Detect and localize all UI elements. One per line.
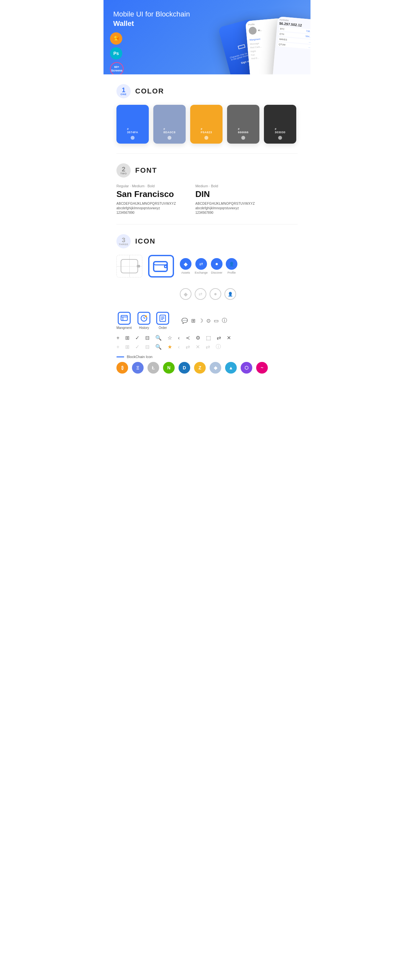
star-filled-icon: ★: [167, 344, 172, 350]
hero-section: Mobile UI for Blockchain Wallet Ps 60+Sc…: [104, 0, 310, 75]
swatch-dot: [204, 136, 208, 140]
section-number-2: 2 TWO: [116, 163, 131, 178]
font-san-francisco: Regular · Medium · Bold San Francisco AB…: [116, 184, 176, 215]
swatch-dot: [167, 136, 171, 140]
nav-icons-group: ◆ Assets ⇄ Exchange ● Discover 👤 Profile: [180, 258, 237, 274]
share-icon: ≺: [186, 335, 190, 341]
exchange-icon: ⇄: [195, 258, 207, 270]
history-icon: [137, 312, 150, 325]
layers-icon: ⊞: [191, 318, 195, 324]
font-title: FONT: [135, 166, 157, 175]
sketch-badge: [110, 32, 122, 45]
eth-icon: Ξ: [132, 362, 143, 374]
swatch-dot: [241, 136, 245, 140]
discover-outline-icon: ●: [210, 288, 221, 300]
ltc-icon: Ł: [148, 362, 159, 374]
exchange-icon-box: ⇄ Exchange: [195, 258, 208, 274]
mangment-icon: [118, 312, 131, 325]
exchange-outline-icon: ⇄: [195, 288, 206, 300]
hero-title: Mobile UI for Blockchain Wallet: [113, 10, 204, 28]
dash-icon: D: [178, 362, 190, 374]
tool-badge-group: Ps 60+Screens: [110, 32, 124, 75]
check-outline-icon: ✓: [135, 344, 139, 350]
profile-outline-icon: 👤: [225, 288, 236, 300]
section-number-3: 3 THREE: [116, 234, 131, 248]
mangment-icon-unit: Mangment: [116, 312, 132, 329]
app-icons-row: Mangment History: [116, 312, 298, 329]
wallet-icon-blue: [148, 255, 174, 277]
spacer2: [148, 283, 174, 305]
utility-icons-group: 💬 ⊞ ☽ ⊙ ▭ ⓘ: [182, 317, 227, 324]
color-title: COLOR: [135, 87, 164, 95]
assets-outline-icon: ◆: [180, 288, 191, 300]
section-number-1: 1 ONE: [116, 84, 131, 98]
small-icons-row-1: + ⊞ ✓ ⊟ 🔍 ☆ ‹ ≺ ⚙ ⬚ ⇄ ✕: [116, 335, 298, 341]
ps-label: Ps: [113, 51, 119, 56]
ps-badge: Ps: [110, 47, 122, 59]
spacer: [116, 283, 142, 305]
chat-icon: 💬: [182, 318, 188, 324]
blockchain-label-row: BlockChain Icon: [116, 355, 298, 359]
font-section-header: 2 TWO FONT: [116, 163, 298, 178]
history-icon-unit: History: [137, 312, 150, 329]
svg-rect-10: [121, 315, 127, 321]
order-icon: [156, 312, 169, 325]
grid-icon: ⊟: [145, 335, 150, 341]
swatch-gray: #666666: [227, 105, 260, 143]
btc-icon: ₿: [116, 362, 128, 374]
moon-icon: ☽: [199, 318, 203, 324]
close-outline-icon: ✕: [196, 344, 200, 350]
swatch-slate: #8DA0C8: [153, 105, 186, 143]
svg-rect-7: [154, 262, 167, 265]
color-section-header: 1 ONE COLOR: [116, 84, 298, 98]
share-outline-icon: ⇄: [186, 344, 190, 350]
color-section: 1 ONE COLOR #3574FA #8DA0C8 #F5A623 #666…: [104, 75, 310, 153]
star-icon: ☆: [167, 335, 172, 341]
check-icon: ✓: [135, 335, 139, 341]
screens-badge: 60+Screens: [110, 62, 124, 75]
swatch-dot: [131, 136, 135, 140]
plus-icon: +: [116, 335, 119, 341]
phone-front: myWallet $6.297.502.12 BTC738... ETH564.…: [272, 16, 310, 75]
profile-icon: 👤: [226, 258, 237, 270]
font-din: Medium · Bold DIN ABCDEFGHIJKLMNOPQRSTUV…: [195, 184, 255, 215]
svg-point-16: [145, 315, 147, 317]
icon-section: 3 THREE ICON ◆ Assets: [104, 224, 310, 383]
neo-icon: N: [163, 362, 175, 374]
settings-icon: ⚙: [196, 335, 200, 341]
font-row: Regular · Medium · Bold San Francisco AB…: [116, 184, 298, 215]
back-icon: ‹: [178, 335, 180, 341]
discover-icon-box: ● Discover: [211, 258, 223, 274]
wallet-icon-guide: [116, 255, 142, 277]
wallet-icon-filled: [148, 255, 174, 277]
info-outline-icon: ⓘ: [216, 344, 221, 350]
svg-point-9: [165, 266, 166, 267]
grid-outline-icon: ⊟: [145, 344, 150, 350]
close-icon: ✕: [227, 335, 231, 341]
phone-mockup-group: ▭ Character may be mastered in the great…: [210, 16, 310, 75]
wallet-icon-row: ◆ Assets ⇄ Exchange ● Discover 👤 Profile: [116, 255, 298, 277]
plus-outline-icon: +: [116, 344, 119, 350]
swatch-dot: [278, 136, 282, 140]
history-label: History: [139, 326, 149, 329]
message-icon: ▭: [214, 318, 219, 324]
icon-title: ICON: [135, 237, 156, 245]
search-icon: 🔍: [155, 335, 162, 341]
circle-icon: ⊙: [206, 318, 210, 324]
order-icon-unit: Order: [156, 312, 169, 329]
discover-icon: ●: [211, 258, 223, 270]
small-icons-row-2: + ⊞ ✓ ⊟ 🔍 ★ ‹ ⇄ ✕ ⇄ ⓘ: [116, 344, 298, 350]
info-icon: ⓘ: [222, 317, 227, 324]
icon-section-header: 3 THREE ICON: [116, 234, 298, 248]
order-label: Order: [158, 326, 167, 329]
ark-icon: ▲: [225, 362, 237, 374]
swap-outline-icon: ⇄: [206, 344, 210, 350]
swap-icon: ⇄: [217, 335, 221, 341]
assets-icon: ◆: [180, 258, 191, 270]
wallet-inner-guide: [121, 259, 138, 273]
outline-icons-group: ◆ ⇄ ● 👤: [180, 288, 236, 300]
polkadot-icon: ~: [256, 362, 268, 374]
blockchain-label: BlockChain Icon: [127, 355, 153, 359]
copy-outline-icon: ⊞: [125, 344, 129, 350]
profile-icon-box: 👤 Profile: [226, 258, 237, 274]
